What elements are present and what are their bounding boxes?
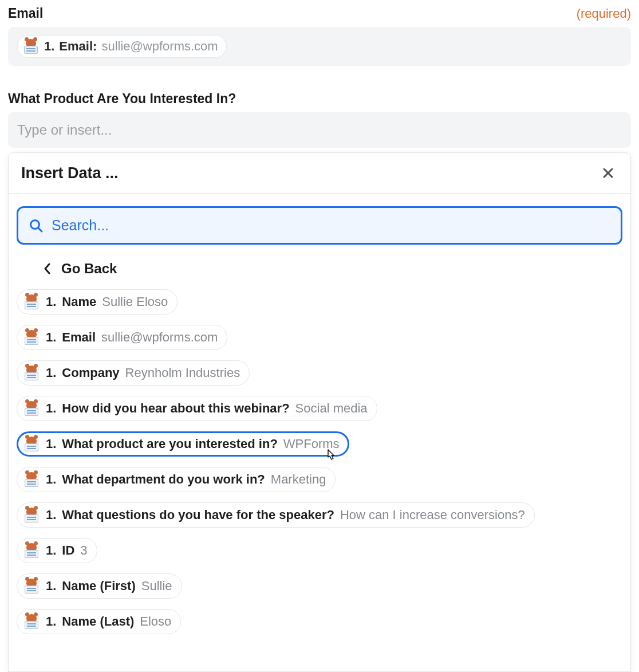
email-label: Email xyxy=(8,6,43,21)
wpforms-icon xyxy=(23,579,40,594)
pill-label: ID xyxy=(62,543,74,558)
pill-prefix: 1. xyxy=(46,437,56,451)
modal-title: Insert Data ... xyxy=(21,164,119,182)
token-prefix: 1. xyxy=(44,39,54,54)
go-back-button[interactable]: Go Back xyxy=(9,250,630,289)
pill-prefix: 1. xyxy=(46,366,56,380)
data-list: 1.NameSullie Eloso1.Emailsullie@wpforms.… xyxy=(9,289,630,671)
pill-value: 3 xyxy=(80,543,87,558)
data-pill[interactable]: 1.NameSullie Eloso xyxy=(17,289,178,315)
wpforms-icon xyxy=(23,330,40,345)
pill-value: sullie@wpforms.com xyxy=(101,330,218,345)
data-pill[interactable]: 1.What product are you interested in?WPF… xyxy=(17,431,349,457)
pill-label: Name xyxy=(62,294,96,309)
pill-label: What product are you interested in? xyxy=(62,437,277,451)
pill-prefix: 1. xyxy=(46,330,56,345)
token-value: sullie@wpforms.com xyxy=(101,39,218,54)
product-field-group: What Product Are You Interested In? Type… xyxy=(0,85,639,148)
data-pill[interactable]: 1.Emailsullie@wpforms.com xyxy=(17,325,227,350)
chevron-left-icon xyxy=(43,262,51,275)
pill-value: Sullie xyxy=(141,579,172,594)
wpforms-icon xyxy=(22,39,40,54)
search-box[interactable] xyxy=(17,206,622,245)
pill-value: How can I increase conversions? xyxy=(340,508,525,522)
wpforms-icon xyxy=(23,472,40,487)
product-placeholder: Type or insert... xyxy=(17,122,112,138)
pill-prefix: 1. xyxy=(46,579,56,594)
data-pill[interactable]: 1.ID3 xyxy=(17,538,97,563)
close-icon xyxy=(602,167,614,179)
pill-value: Eloso xyxy=(140,614,171,629)
pill-label: Company xyxy=(62,366,119,380)
pill-prefix: 1. xyxy=(46,614,56,629)
data-pill[interactable]: 1.Name (Last)Eloso xyxy=(17,609,181,634)
wpforms-icon xyxy=(23,366,40,380)
data-pill[interactable]: 1.What questions do you have for the spe… xyxy=(17,502,535,528)
search-icon xyxy=(29,218,44,233)
pill-label: What department do you work in? xyxy=(62,472,265,487)
wpforms-icon xyxy=(23,543,40,558)
search-input[interactable] xyxy=(52,217,610,234)
pill-label: Name (Last) xyxy=(62,614,134,629)
product-label: What Product Are You Interested In? xyxy=(8,91,236,107)
wpforms-icon xyxy=(23,437,40,451)
svg-line-1 xyxy=(38,228,42,231)
token-label: Email: xyxy=(59,39,97,54)
data-pill[interactable]: 1.Name (First)Sullie xyxy=(17,573,182,599)
wpforms-icon xyxy=(23,294,40,309)
pill-value: Marketing xyxy=(271,472,326,487)
pill-label: Email xyxy=(62,330,96,345)
email-token[interactable]: 1. Email: sullie@wpforms.com xyxy=(17,35,227,58)
data-pill[interactable]: 1.What department do you work in?Marketi… xyxy=(17,467,336,492)
pill-label: What questions do you have for the speak… xyxy=(62,508,334,522)
pill-prefix: 1. xyxy=(46,294,56,309)
pill-prefix: 1. xyxy=(46,401,56,416)
pill-label: How did you hear about this webinar? xyxy=(62,401,289,416)
pill-value: Sullie Eloso xyxy=(102,294,168,309)
pill-prefix: 1. xyxy=(46,472,56,487)
pill-label: Name (First) xyxy=(62,579,135,594)
wpforms-icon xyxy=(23,614,40,629)
pill-value: Reynholm Industries xyxy=(125,366,240,380)
data-pill[interactable]: 1.How did you hear about this webinar?So… xyxy=(17,396,377,421)
pill-prefix: 1. xyxy=(46,508,56,522)
go-back-label: Go Back xyxy=(61,261,117,277)
insert-data-modal: Insert Data ... Go Back 1.NameSullie Elo… xyxy=(8,152,631,672)
data-pill[interactable]: 1.CompanyReynholm Industries xyxy=(17,360,250,386)
required-indicator: (required) xyxy=(577,6,631,21)
product-input[interactable]: Type or insert... xyxy=(8,112,631,148)
close-button[interactable] xyxy=(598,163,618,183)
pill-value: Social media xyxy=(295,401,368,416)
wpforms-icon xyxy=(23,508,40,522)
email-field-group: Email (required) 1. Email: sullie@wpform… xyxy=(0,0,639,66)
pill-prefix: 1. xyxy=(46,543,56,558)
email-input[interactable]: 1. Email: sullie@wpforms.com xyxy=(8,27,631,66)
pill-value: WPForms xyxy=(283,437,340,451)
wpforms-icon xyxy=(23,401,40,416)
